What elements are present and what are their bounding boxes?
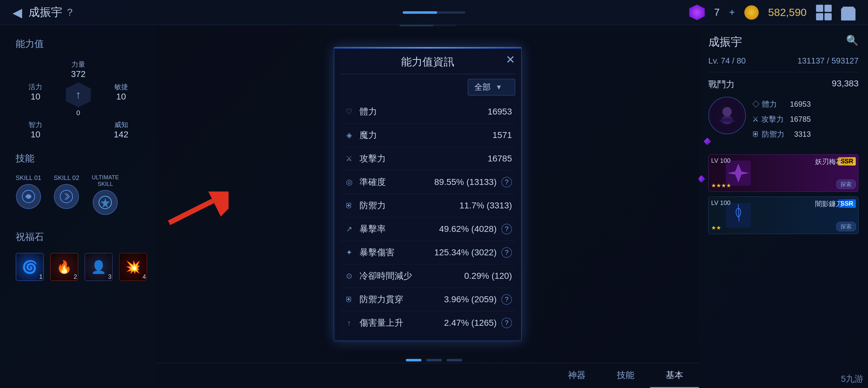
weapon1-stars: ★★★★ bbox=[711, 182, 731, 189]
stat-hp-value: 16953 bbox=[790, 97, 811, 112]
modal-dialog: 能力值資訊 ✕ 全部 ▼ ♡體力16953◈魔力1571⚔攻擊力16785◎準確… bbox=[334, 47, 522, 341]
top-center-area bbox=[403, 11, 465, 14]
stat-value-8: 3.96% (2059) bbox=[444, 294, 497, 304]
modal-body: ♡體力16953◈魔力1571⚔攻擊力16785◎準確度89.55% (1313… bbox=[334, 100, 521, 341]
coin-icon bbox=[744, 5, 759, 20]
tab-basic[interactable]: 基本 bbox=[650, 363, 699, 388]
weapon1-explore[interactable]: 探索 bbox=[836, 180, 856, 189]
stat-icon-2: ⚔ bbox=[343, 153, 355, 164]
filter-arrow-icon: ▼ bbox=[495, 83, 502, 91]
page-dot-3[interactable] bbox=[446, 359, 462, 361]
avatar bbox=[708, 97, 746, 134]
blessing-4[interactable]: 💥 4 bbox=[119, 253, 147, 281]
exp-label: 131137 / 593127 bbox=[798, 56, 859, 66]
plus-label[interactable]: + bbox=[729, 7, 735, 18]
stat-atk-value: 16785 bbox=[790, 112, 811, 127]
skill-ultimate-icon[interactable] bbox=[93, 190, 118, 215]
bottom-tabs: 神器 技能 基本 bbox=[552, 363, 699, 388]
svg-point-4 bbox=[722, 107, 732, 117]
weapon1-thumb bbox=[726, 161, 751, 186]
stat-name-3: 準確度 bbox=[360, 176, 434, 188]
weapon2-explore[interactable]: 探索 bbox=[836, 222, 856, 231]
stat-help-3[interactable]: ? bbox=[501, 177, 512, 187]
tab-skill[interactable]: 技能 bbox=[601, 363, 650, 388]
avatar-stats-row: ◇ 體力 16953 ⚔ 攻擊力 16785 ⛨ 防禦力 3313 bbox=[708, 97, 859, 142]
page-dots bbox=[406, 359, 462, 361]
right-header: 成振宇 🔍 bbox=[708, 34, 859, 50]
intelligence-stat: 智力 10 bbox=[16, 120, 55, 139]
filter-select[interactable]: 全部 ▼ bbox=[468, 79, 515, 95]
modal-filter: 全部 ▼ bbox=[334, 74, 521, 100]
stat-name-0: 體力 bbox=[360, 106, 488, 118]
combat-power-label: 戰鬥力 bbox=[708, 78, 735, 90]
crystal-icon bbox=[689, 5, 705, 20]
weapon1-name: 妖刃梅花 bbox=[815, 157, 843, 166]
skills-title: 技能 bbox=[16, 152, 141, 165]
stat-icon-1: ◈ bbox=[343, 130, 355, 141]
page-dot-2[interactable] bbox=[426, 359, 442, 361]
stat-value-0: 16953 bbox=[488, 107, 512, 117]
stat-icon-4: ⛨ bbox=[343, 200, 355, 211]
level-label: Lv. 74 / 80 bbox=[708, 56, 746, 66]
skill-2-icon[interactable] bbox=[54, 184, 79, 209]
search-icon[interactable]: 🔍 bbox=[846, 34, 859, 46]
stat-help-5[interactable]: ? bbox=[501, 224, 512, 234]
progress-bar bbox=[403, 11, 465, 14]
back-arrow-icon: ◀ bbox=[12, 5, 22, 20]
stat-help-9[interactable]: ? bbox=[501, 318, 512, 328]
stat-help-8[interactable]: ? bbox=[501, 294, 512, 305]
tab-artifact[interactable]: 神器 bbox=[552, 363, 601, 388]
stat-icon-8: ⛨ bbox=[343, 294, 355, 305]
bag-icon[interactable] bbox=[841, 4, 856, 21]
stat-value-3: 89.55% (13133) bbox=[434, 177, 497, 187]
red-arrow bbox=[166, 192, 228, 230]
level-num: 7 bbox=[714, 7, 720, 18]
svg-point-1 bbox=[60, 190, 73, 203]
skill-1-icon[interactable] bbox=[16, 184, 41, 209]
filter-label: 全部 bbox=[474, 82, 491, 93]
skill-ultimate[interactable]: ULTIMATESKILL bbox=[92, 174, 119, 215]
stat-row-4: ⛨防禦力11.7% (3313) bbox=[340, 194, 515, 218]
stat-value-1: 1571 bbox=[493, 130, 512, 140]
skills-section: 技能 SKILL 01 SKILL 02 bbox=[16, 152, 141, 215]
blessing-1[interactable]: 🌀 1 bbox=[16, 253, 44, 281]
skill-2[interactable]: SKILL 02 bbox=[54, 174, 80, 209]
strength-stat: 力量 372 bbox=[59, 60, 98, 79]
stat-icon-9: ↑ bbox=[343, 317, 355, 328]
back-button[interactable]: ◀ 成振宇 bbox=[12, 5, 62, 20]
stat-def-label: ⛨ 防禦力 bbox=[752, 127, 784, 142]
stat-def-value: 3313 bbox=[794, 127, 811, 142]
grid-icon[interactable] bbox=[816, 5, 832, 20]
stat-name-6: 暴擊傷害 bbox=[360, 247, 434, 258]
right-stats: ◇ 體力 16953 ⚔ 攻擊力 16785 ⛨ 防禦力 3313 bbox=[752, 97, 811, 142]
stat-row-7: ⊙冷卻時間減少0.29% (120) bbox=[340, 264, 515, 288]
stat-row-3: ◎準確度89.55% (13133)? bbox=[340, 170, 515, 194]
modal-close-button[interactable]: ✕ bbox=[506, 53, 515, 66]
blessing-2[interactable]: 🔥 2 bbox=[50, 253, 78, 281]
jiuyou-logo: 5九游 bbox=[841, 373, 863, 385]
stat-icon-3: ◎ bbox=[343, 176, 355, 188]
stat-name-4: 防禦力 bbox=[360, 200, 459, 212]
stat-help-6[interactable]: ? bbox=[501, 247, 512, 258]
stat-name-2: 攻擊力 bbox=[360, 153, 488, 165]
page-dot-1[interactable] bbox=[406, 359, 422, 361]
weapon-card-2[interactable]: LV 100 ★★ SSR 闇影鐮刀 探索 bbox=[708, 196, 859, 234]
stat-value-2: 16785 bbox=[488, 154, 512, 164]
skill-1[interactable]: SKILL 01 bbox=[16, 174, 41, 209]
weapon2-lv: LV 100 bbox=[711, 199, 731, 206]
stat-value-4: 11.7% (3313) bbox=[459, 201, 512, 211]
stat-name-5: 暴擊率 bbox=[360, 223, 439, 235]
stat-name-8: 防禦力貫穿 bbox=[360, 293, 444, 305]
help-button[interactable]: ? bbox=[67, 7, 73, 18]
blessing-3[interactable]: 👤 3 bbox=[85, 253, 113, 281]
stat-row-2: ⚔攻擊力16785 bbox=[340, 147, 515, 170]
stat-row-1: ◈魔力1571 bbox=[340, 124, 515, 147]
right-stat-def: ⛨ 防禦力 3313 bbox=[752, 127, 811, 142]
stat-row-5: ↗暴擊率49.62% (4028)? bbox=[340, 218, 515, 241]
stat-value-5: 49.62% (4028) bbox=[439, 224, 497, 234]
agility-stat: 敏捷 10 bbox=[101, 82, 141, 117]
weapon-card-1[interactable]: LV 100 ★★★★ SSR 妖刃梅花 探索 bbox=[708, 154, 859, 192]
top-right-area: 7 + 582,590 bbox=[689, 4, 856, 21]
right-char-name: 成振宇 bbox=[708, 34, 742, 50]
right-stat-hp: ◇ 體力 16953 bbox=[752, 97, 811, 112]
